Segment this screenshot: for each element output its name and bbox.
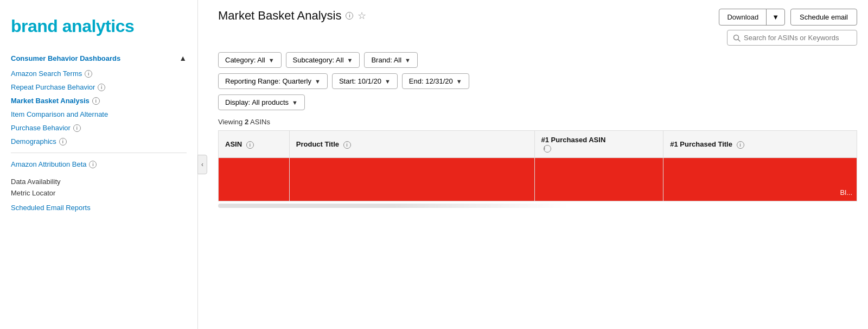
category-filter-label: Category: All xyxy=(225,56,265,64)
col-asin-label: ASIN xyxy=(225,140,242,148)
display-dropdown-icon: ▼ xyxy=(292,99,298,106)
col-header-product-title: Product Title i xyxy=(289,131,534,158)
chevron-left-icon: ‹ xyxy=(201,161,203,168)
col-header-asin: ASIN i xyxy=(219,131,290,158)
sidebar-item-label: Amazon Search Terms xyxy=(11,69,82,78)
subcategory-filter[interactable]: Subcategory: All ▼ xyxy=(286,52,360,68)
sidebar-item-label: Market Basket Analysis xyxy=(11,97,90,105)
col-title-label: Product Title xyxy=(296,140,339,148)
top-header-row: Market Basket Analysis i ☆ Download ▼ Sc… xyxy=(218,9,857,46)
brand-logo: brand analytics xyxy=(0,11,197,49)
start-date-label: Start: 10/1/20 xyxy=(339,77,381,85)
sidebar-item-label: Amazon Attribution Beta xyxy=(11,160,86,168)
sidebar-item-demographics[interactable]: Demographics i xyxy=(9,135,189,148)
partial-title-text: Bl... xyxy=(838,188,854,197)
col-header-purchased-asin: #1 Purchased ASIN i xyxy=(534,131,663,158)
scheduled-email-reports-link[interactable]: Scheduled Email Reports xyxy=(11,204,91,212)
sidebar-divider xyxy=(11,153,187,153)
info-icon: i xyxy=(98,84,105,91)
table-cell-purchased-title: Bl... xyxy=(663,158,857,201)
sidebar-bottom-links: Data Availability Metric Locator xyxy=(0,171,197,197)
sidebar-collapse-button[interactable]: ‹ xyxy=(197,155,207,174)
svg-line-1 xyxy=(738,39,741,41)
col-purchased-asin-info-icon[interactable]: i xyxy=(544,145,551,153)
redacted-asin xyxy=(219,158,289,201)
col-purchased-asin-label: #1 Purchased ASIN xyxy=(541,136,606,144)
sidebar-item-purchase-behavior[interactable]: Purchase Behavior i xyxy=(9,121,189,135)
viewing-suffix: ASINs xyxy=(250,118,270,126)
market-basket-table: ASIN i Product Title i #1 Purchased ASIN… xyxy=(218,130,857,201)
info-icon: i xyxy=(92,97,100,105)
viewing-count: 2 xyxy=(245,118,248,126)
table-header-row: ASIN i Product Title i #1 Purchased ASIN… xyxy=(219,131,857,158)
redacted-title xyxy=(290,158,534,201)
download-label: Download xyxy=(719,9,767,25)
sidebar-item-label: Purchase Behavior xyxy=(11,124,71,132)
info-icon: i xyxy=(89,161,97,168)
favorite-star-icon[interactable]: ☆ xyxy=(358,10,366,22)
search-input[interactable] xyxy=(744,34,851,42)
display-filter[interactable]: Display: All products ▼ xyxy=(218,94,305,110)
start-date-dropdown-icon: ▼ xyxy=(385,78,391,85)
search-icon xyxy=(733,34,741,42)
end-date-filter[interactable]: End: 12/31/20 ▼ xyxy=(402,73,469,89)
header-right-column: Download ▼ Schedule email xyxy=(719,9,857,46)
table-cell-product-title xyxy=(289,158,534,201)
col-purchased-title-label: #1 Purchased Title xyxy=(670,140,732,148)
sidebar-item-market-basket[interactable]: Market Basket Analysis i xyxy=(9,94,189,107)
viewing-count-label: Viewing 2 ASINs xyxy=(218,118,857,126)
sidebar-item-amazon-search-terms[interactable]: Amazon Search Terms i xyxy=(9,67,189,80)
display-filter-label: Display: All products xyxy=(225,98,289,106)
category-filter[interactable]: Category: All ▼ xyxy=(218,52,282,68)
redacted-purchased-asin xyxy=(535,158,663,201)
table-row: Bl... xyxy=(219,158,857,201)
sidebar-nav-list: Amazon Search Terms i Repeat Purchase Be… xyxy=(9,67,189,148)
sidebar-section-title: Consumer Behavior Dashboards xyxy=(11,54,120,62)
table-cell-purchased-asin xyxy=(534,158,663,201)
brand-dropdown-icon: ▼ xyxy=(405,57,411,64)
end-date-label: End: 12/31/20 xyxy=(409,77,453,85)
horizontal-scrollbar[interactable] xyxy=(218,204,570,208)
chevron-up-icon: ▲ xyxy=(179,54,187,62)
data-availability-link[interactable]: Data Availability xyxy=(11,178,187,186)
sidebar-section-header[interactable]: Consumer Behavior Dashboards ▲ xyxy=(9,49,189,67)
main-content: Market Basket Analysis i ☆ Download ▼ Sc… xyxy=(207,0,868,329)
asin-search-box[interactable] xyxy=(727,30,857,46)
table-container[interactable]: ASIN i Product Title i #1 Purchased ASIN… xyxy=(218,130,857,208)
metric-locator-link[interactable]: Metric Locator xyxy=(11,189,187,197)
col-asin-info-icon[interactable]: i xyxy=(246,141,254,149)
page-title-row: Market Basket Analysis i ☆ xyxy=(218,9,366,23)
filter-row-1: Category: All ▼ Subcategory: All ▼ Brand… xyxy=(218,52,857,68)
category-dropdown-icon: ▼ xyxy=(269,57,275,64)
page-title: Market Basket Analysis xyxy=(218,9,341,23)
viewing-text: Viewing xyxy=(218,118,242,126)
schedule-email-button[interactable]: Schedule email xyxy=(790,9,857,26)
subcategory-filter-label: Subcategory: All xyxy=(293,56,344,64)
col-title-info-icon[interactable]: i xyxy=(343,141,351,149)
info-icon: i xyxy=(85,70,92,78)
sidebar-scheduled-email-section: Scheduled Email Reports xyxy=(0,204,197,212)
info-icon: i xyxy=(73,124,81,132)
sidebar-item-repeat-purchase[interactable]: Repeat Purchase Behavior i xyxy=(9,80,189,94)
subcategory-dropdown-icon: ▼ xyxy=(347,57,353,64)
end-date-dropdown-icon: ▼ xyxy=(456,78,462,85)
sidebar-item-item-comparison[interactable]: Item Comparison and Alternate xyxy=(9,107,189,121)
filter-row-2: Reporting Range: Quarterly ▼ Start: 10/1… xyxy=(218,73,857,89)
table-cell-asin xyxy=(219,158,290,201)
sidebar-item-label: Repeat Purchase Behavior xyxy=(11,83,95,91)
sidebar: brand analytics Consumer Behavior Dashbo… xyxy=(0,0,198,329)
page-info-icon[interactable]: i xyxy=(346,12,353,20)
sidebar-item-amazon-attribution-beta[interactable]: Amazon Attribution Beta i xyxy=(9,157,189,171)
start-date-filter[interactable]: Start: 10/1/20 ▼ xyxy=(332,73,398,89)
col-purchased-title-info-icon[interactable]: i xyxy=(737,141,744,149)
reporting-range-dropdown-icon: ▼ xyxy=(315,78,321,85)
sidebar-item-label: Item Comparison and Alternate xyxy=(11,110,108,118)
info-icon: i xyxy=(59,138,67,145)
brand-filter-label: Brand: All xyxy=(371,56,401,64)
filter-row-3: Display: All products ▼ xyxy=(218,94,857,110)
download-button[interactable]: Download ▼ xyxy=(719,9,785,26)
reporting-range-label: Reporting Range: Quarterly xyxy=(225,77,311,85)
download-dropdown-arrow[interactable]: ▼ xyxy=(767,9,784,25)
reporting-range-filter[interactable]: Reporting Range: Quarterly ▼ xyxy=(218,73,328,89)
brand-filter[interactable]: Brand: All ▼ xyxy=(364,52,418,68)
